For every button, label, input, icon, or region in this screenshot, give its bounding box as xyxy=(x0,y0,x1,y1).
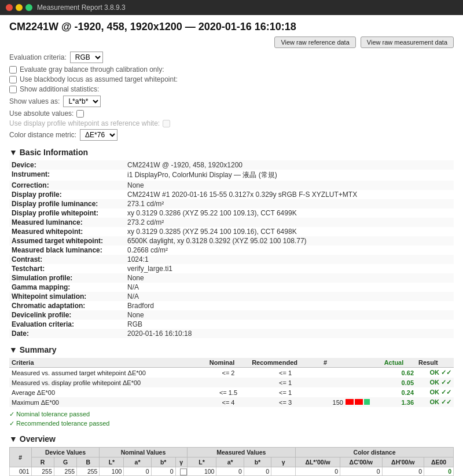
basic-info-row: Testchart:verify_large.ti1 xyxy=(9,264,454,273)
info-value: RGB xyxy=(125,320,454,329)
gray-balance-label: Evaluate gray balance through calibratio… xyxy=(20,65,164,74)
basic-info-row: Gamma mapping:N/A xyxy=(9,283,454,292)
info-label: Evaluation criteria: xyxy=(9,320,125,329)
bar-green xyxy=(364,399,370,405)
btn-group-top: View raw reference data View raw measure… xyxy=(274,36,454,48)
info-value: 1024:1 xyxy=(125,255,454,264)
info-value: None xyxy=(125,181,454,190)
summary-row: Measured vs. assumed target whitepoint Δ… xyxy=(9,368,454,378)
show-values-select[interactable]: L*a*b* xyxy=(63,96,101,107)
info-label: Assumed target whitepoint: xyxy=(9,236,125,246)
info-label: Contrast: xyxy=(9,255,125,264)
info-label: Display profile luminance: xyxy=(9,199,125,208)
overview-col-num: # xyxy=(10,448,32,467)
info-label: Date: xyxy=(9,329,125,338)
window-controls xyxy=(6,4,32,11)
gray-balance-checkbox[interactable] xyxy=(9,66,17,74)
ov-r: 255 xyxy=(31,467,54,476)
summary-col-nominal: Nominal xyxy=(207,358,249,368)
overview-row: 001 255 255 255 100 0 0 100 0 0 0 0 0 0 xyxy=(10,467,454,476)
sum-actual: 0.05 xyxy=(382,378,416,387)
gray-balance-row: Evaluate gray balance through calibratio… xyxy=(9,65,454,74)
basic-info-row: Display profile luminance:273.1 cd/m² xyxy=(9,199,454,208)
titlebar: Measurement Report 3.8.9.3 xyxy=(0,0,463,15)
tolerance-notes: ✓ Nominal tolerance passed ✓ Recommended… xyxy=(9,411,454,427)
info-value: CM2241W #1 2020-01-16 15-55 0.3127x 0.32… xyxy=(125,190,454,199)
ov-b-nom: 0 xyxy=(151,467,175,476)
info-label: Whitepoint simulation: xyxy=(9,292,125,301)
info-label: Simulation profile: xyxy=(9,273,125,283)
view-raw-measurement-button[interactable]: View raw measurement data xyxy=(361,36,454,48)
view-raw-reference-button[interactable]: View raw reference data xyxy=(274,36,355,48)
evaluation-criteria-select[interactable]: RGB xyxy=(70,52,103,63)
ov-b-meas: 0 xyxy=(244,467,271,476)
sum-criteria: Measured vs. assumed target whitepoint Δ… xyxy=(9,368,207,378)
col-b-nom: b* xyxy=(151,457,175,467)
sum-actual: 0.62 xyxy=(382,368,416,378)
info-value: i1 DisplayPro, ColorMunki Display — 液晶 (… xyxy=(125,170,454,181)
ov-dc: 0 xyxy=(340,467,383,476)
top-controls: CM2241W @ -1920, 458, 1920x1200 — 2020-0… xyxy=(9,21,454,48)
info-value: None xyxy=(125,310,454,320)
basic-info-row: Correction:None xyxy=(9,181,454,190)
maximize-button[interactable] xyxy=(25,4,32,11)
sum-actual: 1.36 xyxy=(382,397,416,407)
color-distance-select[interactable]: ΔE*76 xyxy=(80,129,117,141)
sum-criteria: Measured vs. display profile whitepoint … xyxy=(9,378,207,387)
absolute-values-label: Use absolute values: xyxy=(9,109,74,118)
basic-info-table: Device:CM2241W @ -1920, 458, 1920x1200In… xyxy=(9,160,454,338)
sum-recommended: <= 1 xyxy=(249,387,321,397)
absolute-values-checkbox[interactable] xyxy=(76,110,84,118)
sum-nominal: <= 2 xyxy=(207,368,249,378)
blackbody-checkbox[interactable] xyxy=(9,76,17,83)
show-values-row: Show values as: L*a*b* xyxy=(9,96,454,107)
ov-l-meas: 100 xyxy=(187,467,216,476)
col-y-nom: γ xyxy=(175,457,187,467)
page-content: CM2241W @ -1920, 458, 1920x1200 — 2020-0… xyxy=(0,15,463,476)
info-value: 0.2668 cd/m² xyxy=(125,246,454,255)
info-value: CM2241W @ -1920, 458, 1920x1200 xyxy=(125,160,454,170)
info-value: verify_large.ti1 xyxy=(125,264,454,273)
overview-col-device-group: Device Values xyxy=(31,448,100,457)
col-l-meas: L* xyxy=(187,457,216,467)
info-value: xy 0.3129 0.3286 (XYZ 95.22 100 109.13),… xyxy=(125,208,454,218)
summary-col-criteria: Criteria xyxy=(9,358,207,368)
overview-col-cd-group: Color distance xyxy=(296,448,454,457)
info-value: None xyxy=(125,273,454,283)
main-window: Measurement Report 3.8.9.3 CM2241W @ -19… xyxy=(0,0,463,476)
col-dc: ΔC'00/w xyxy=(340,457,383,467)
sum-nominal: <= 4 xyxy=(207,397,249,407)
col-b: B xyxy=(77,457,100,467)
overview-header: ▼ Overview xyxy=(9,434,454,444)
ov-y-meas xyxy=(271,467,296,476)
sum-recommended: <= 3 xyxy=(249,397,321,407)
ov-dl: 0 xyxy=(296,467,340,476)
color-distance-label: Color distance metric: xyxy=(9,131,76,139)
additional-stats-label: Show additional statistics: xyxy=(20,85,99,93)
absolute-values-row: Use absolute values: xyxy=(9,109,454,118)
titlebar-title: Measurement Report 3.8.9.3 xyxy=(37,3,126,12)
sum-criteria: Average ΔE*00 xyxy=(9,387,207,397)
display-profile-checkbox[interactable] xyxy=(163,120,170,127)
sum-nominal xyxy=(207,378,249,387)
basic-info-row: Measured black luminance:0.2668 cd/m² xyxy=(9,246,454,255)
ov-dh: 0 xyxy=(382,467,424,476)
col-a-meas: a* xyxy=(216,457,244,467)
info-value: xy 0.3129 0.3285 (XYZ 95.24 100 109.16),… xyxy=(125,227,454,236)
col-r: R xyxy=(31,457,54,467)
ov-de: 0 xyxy=(424,467,454,476)
info-label: Measured luminance: xyxy=(9,218,125,227)
info-value: N/A xyxy=(125,292,454,301)
basic-info-row: Assumed target whitepoint:6500K daylight… xyxy=(9,236,454,246)
info-label: Display profile whitepoint: xyxy=(9,208,125,218)
additional-stats-checkbox[interactable] xyxy=(9,86,17,93)
col-dl: ΔL*'00/w xyxy=(296,457,340,467)
summary-col-recommended: Recommended xyxy=(249,358,321,368)
minimize-button[interactable] xyxy=(16,4,23,11)
sum-result: OK ✓✓ xyxy=(416,397,454,407)
info-value: 273.1 cd/m² xyxy=(125,199,454,208)
basic-info-row: Device:CM2241W @ -1920, 458, 1920x1200 xyxy=(9,160,454,170)
close-button[interactable] xyxy=(6,4,13,11)
basic-info-row: Measured whitepoint:xy 0.3129 0.3285 (XY… xyxy=(9,227,454,236)
ov-a-nom: 0 xyxy=(124,467,151,476)
